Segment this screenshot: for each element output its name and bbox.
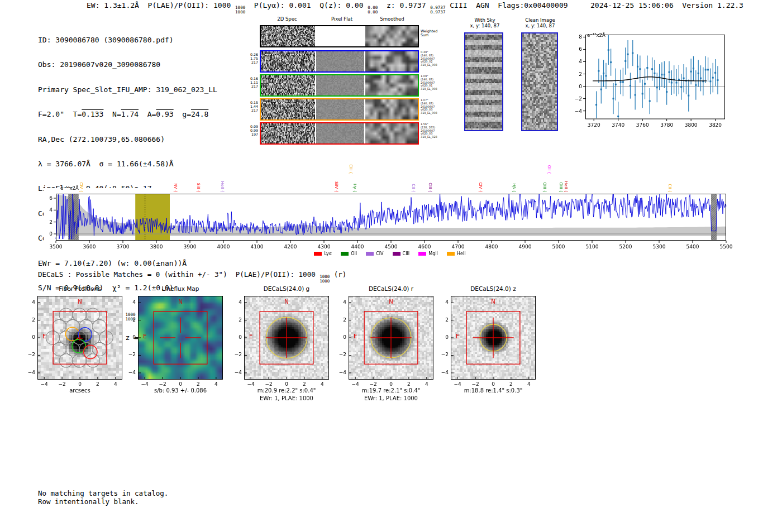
spec2d-2d-image (261, 26, 315, 46)
x-tick-label: 4 (210, 381, 222, 387)
legend-swatch (447, 252, 455, 256)
emission-line-label: OIII { (559, 183, 563, 193)
compass-east-label: E (456, 333, 459, 339)
fiber-xlabel: arcsecs (27, 387, 133, 394)
y-tick-label: −4 (334, 370, 346, 375)
spec2d-right-label: 319_LL_008 (421, 64, 437, 67)
legend-item: HeII (447, 251, 466, 256)
x-tick-label: 0 (74, 381, 86, 387)
header-ew-plae: EW: 1.3±1.2Å P(LAE)/P(OII): 1000 (87, 1, 235, 9)
spec2d-right-labels: 1.56"(138, 265)20190607v020_03319_LL_028 (421, 123, 437, 139)
emission-line-label: NV { (173, 183, 178, 193)
x-tick-label: −4 (38, 381, 50, 387)
spec2d-left-label: 0.09 (245, 124, 258, 128)
y-tick-label: 0 (334, 334, 346, 340)
header-classification-flags: CIII AGN Flags:0x00400009 (445, 1, 568, 9)
compass-east-label: E (42, 333, 46, 339)
y-tick-label: −2 (230, 352, 242, 357)
lineflux-map-title: Lineflux Map (127, 285, 233, 292)
compass-east-label: E (249, 333, 252, 339)
spec2d-left-label: 0.15 (245, 100, 258, 104)
x-tick-label: 4 (316, 381, 328, 387)
emission-line-label: OII { (547, 165, 551, 174)
spec2d-row (260, 50, 419, 73)
spec2d-col-title-pixelflat: Pixel Flat (316, 16, 368, 22)
emission-line-label: SiII { (196, 183, 201, 193)
legend-swatch (341, 252, 349, 256)
spec2d-pixelflat-image (316, 123, 364, 143)
compass-north-label: N (349, 299, 433, 305)
withsky-title-text: With Sky (459, 17, 511, 23)
decals-g-caption2: EWr: 1, PLAE: 1000 (233, 395, 340, 401)
z-fraction: 0.97370.9737 (430, 6, 445, 14)
spec2d-pixelflat-image (316, 75, 364, 95)
fiber-positions-title: Fiber Positions (27, 285, 133, 292)
decals-r-title: DECaLS(24.0) r (338, 285, 444, 292)
y-tick-label: 2 (230, 317, 242, 323)
compass-east-label: E (354, 333, 357, 339)
spec2d-left-labels: 0.090.99197 (245, 124, 258, 136)
spec2d-left-label: 217 (245, 84, 258, 88)
spec2d-row (260, 25, 419, 47)
spec2d-pixelflat-image (316, 26, 364, 46)
y-tick-label: 2 (123, 317, 136, 323)
elixer-report-page: EW: 1.3±1.2Å P(LAE)/P(OII): 1000 1000100… (0, 0, 782, 532)
spec2d-left-label: 197 (245, 132, 258, 136)
spec2d-right-labels: 1.09"(140, 87)20190607v020_01319_LL_008 (421, 75, 437, 91)
emission-line-label: Hγ { (352, 184, 357, 193)
x-tick-label: 0 (385, 381, 397, 387)
cutout-overlay-1 (139, 296, 222, 379)
emission-line-label: CIII { (428, 183, 432, 193)
fitplot-unit-label: e⁻¹⁷x2Å (587, 32, 605, 38)
x-tick-label: 0 (280, 381, 293, 387)
emission-line-label: CII { (411, 184, 416, 193)
y-tick-label: −4 (436, 370, 449, 375)
x-tick-label: 4 (523, 381, 535, 387)
legend-label: CIII (403, 251, 410, 256)
spec2d-col-title-smoothed: Smoothed (366, 16, 418, 22)
spec2d-left-label: 0.99 (245, 128, 258, 132)
legend-item: Lyα (314, 251, 332, 256)
decals-g-title: DECaLS(24.0) g (233, 285, 340, 292)
x-tick-label: 2 (403, 381, 415, 387)
legend-label: HeII (457, 251, 466, 256)
y-tick-label: 4 (334, 299, 346, 305)
cutout-overlay-3 (349, 296, 433, 379)
cutout-overlay-0 (38, 296, 122, 379)
spec2d-pixelflat-image (316, 99, 364, 119)
legend-label: OII (351, 251, 357, 256)
x-tick-label: −4 (349, 381, 361, 387)
spec2d-2d-image (261, 99, 315, 119)
spec2d-left-label: 0.16 (245, 76, 258, 80)
spec2d-left-label: 217 (245, 108, 258, 112)
spec2d-right-labels: 1.07"(140, 87)20190607v020_03319_LL_008 (421, 99, 437, 115)
spec2d-smoothed-image (365, 51, 418, 71)
timestamp-version: 2024-12-25 15:06:06 Version 1.22.3 (590, 1, 743, 9)
decals-r-caption1: m:19.7 re:2.1" s:0.4" (338, 387, 444, 394)
clean-title-text: Clean Image (514, 17, 566, 23)
spectrum-unit-label: e⁻¹⁷x2Å (60, 185, 79, 191)
info-lambda-sigma: λ = 3766.07Å σ = 11.66(±4.58)Å (38, 160, 230, 168)
legend-swatch (366, 252, 374, 256)
footer-line-2: Row intentionally blank. (38, 497, 139, 506)
spec2d-right-label: 319_LL_008 (421, 112, 437, 115)
spec2d-smoothed-image (365, 123, 418, 143)
info-photometry: F=2.0" T=0.133 N=1.74 A=0.93 g=24.8 (38, 111, 230, 118)
header-z: z: 0.9737 (378, 1, 430, 9)
spec2d-left-labels: 0.261.75217 (245, 52, 258, 64)
spec2d-left-label: 1.44 (245, 104, 258, 108)
decals-z-title: DECaLS(24.0) z (440, 285, 546, 292)
spec2d-left-labels: 0.151.44217 (245, 100, 258, 112)
spec2d-col-title-2dspec: 2D Spec (261, 16, 313, 22)
clean-xy-label: x, y: 140, 87 (514, 23, 566, 28)
x-tick-label: −2 (469, 381, 481, 387)
y-tick-label: 2 (436, 317, 449, 323)
withsky-xy-label: x, y: 140, 87 (459, 23, 511, 28)
spec2d-left-label: 217 (245, 60, 258, 64)
spec2d-row (260, 98, 419, 121)
y-tick-label: −2 (436, 352, 449, 357)
spec2d-smoothed-image (365, 75, 418, 95)
spec2d-left-label: 0.26 (245, 52, 258, 56)
y-tick-label: −4 (230, 370, 242, 375)
decals-g-caption1: m:20.9 re:2.2" s:0.4" (233, 387, 340, 394)
